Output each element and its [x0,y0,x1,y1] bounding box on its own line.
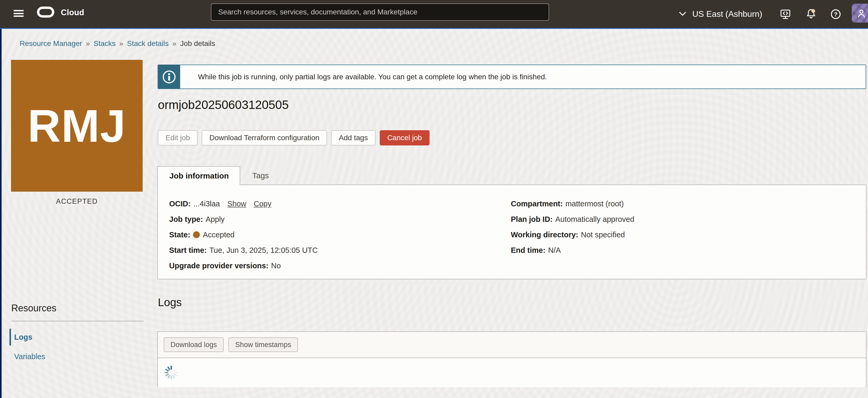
notification-badge [811,9,815,12]
show-timestamps-button[interactable]: Show timestamps [228,337,298,352]
tab-tags[interactable]: Tags [240,166,281,185]
resources-heading: Resources [11,303,56,314]
detail-row-end-time: End time:N/A [511,246,634,255]
breadcrumb-stacks[interactable]: Stacks [94,39,116,48]
sidebar-item-logs[interactable]: Logs [9,329,141,345]
detail-value: mattermost (root) [565,200,624,208]
page-title: ormjob20250603120505 [158,98,289,112]
detail-label: Plan job ID: [511,215,553,223]
brand: Cloud [37,6,84,19]
breadcrumb-stack-details[interactable]: Stack details [127,39,168,48]
focus-frame-top [0,28,868,29]
show-link[interactable]: Show [227,200,247,208]
tab-job-information[interactable]: Job information [157,166,240,185]
chevron-down-icon [679,10,686,18]
hamburger-menu-icon[interactable] [13,10,24,17]
breadcrumb-separator: » [86,39,90,48]
detail-label: State: [169,230,190,239]
detail-value: Apply [206,215,225,223]
cloud-shell-console-icon[interactable] [779,0,792,28]
state-dot [193,231,200,238]
loading-spinner [164,365,179,380]
logs-heading: Logs [158,296,182,309]
cancel-job-button[interactable]: Cancel job [380,130,430,145]
search-input[interactable] [211,3,549,21]
info-banner: While this job is running, only partial … [158,64,866,89]
edit-job-button[interactable]: Edit job [158,130,197,145]
detail-label: OCID: [169,200,191,208]
breadcrumb: Resource Manager»Stacks»Stack details»Jo… [20,39,215,48]
detail-row-job-type: Job type:Apply [169,215,318,224]
region-label: US East (Ashburn) [692,9,762,19]
notifications-bell-icon[interactable] [805,0,818,28]
region-selector[interactable]: US East (Ashburn) [679,0,762,28]
focus-frame-left [1,28,2,398]
help-icon[interactable]: ? [830,0,842,28]
detail-row-compartment: Compartment:mattermost (root) [511,199,634,208]
breadcrumb-job-details: Job details [180,39,215,48]
breadcrumb-separator: » [172,39,177,48]
detail-label: Compartment: [511,200,563,208]
user-avatar[interactable] [852,4,868,23]
detail-value: Automatically approved [555,215,634,223]
download-logs-button[interactable]: Download logs [164,337,224,352]
detail-value: Not specified [581,230,625,239]
resources-divider [11,321,144,321]
detail-label: End time: [511,246,546,254]
brand-label: Cloud [61,8,84,17]
detail-label: Upgrade provider versions: [169,261,269,270]
detail-value: Tue, Jun 3, 2025, 12:05:05 UTC [209,246,317,254]
detail-row-state: State:Accepted [169,230,318,239]
svg-text:?: ? [834,11,837,18]
oracle-logo-icon [37,6,55,19]
detail-row-start-time: Start time:Tue, Jun 3, 2025, 12:05:05 UT… [169,246,318,255]
copy-link[interactable]: Copy [254,200,271,208]
sidebar-item-variables[interactable]: Variables [9,348,141,365]
detail-label: Working directory: [511,230,578,239]
detail-row-ocid: OCID:...4i3laaShowCopy [169,199,318,208]
details-column-left: OCID:...4i3laaShowCopyJob type:ApplyStat… [169,199,318,277]
info-icon [158,65,180,88]
action-buttons: Edit job Download Terraform configuratio… [158,130,430,145]
details-column-right: Compartment:mattermost (root)Plan job ID… [511,199,634,261]
detail-row-plan-job-id: Plan job ID:Automatically approved [511,215,634,224]
resources-list: LogsVariables [9,329,141,368]
banner-message: While this job is running, only partial … [180,65,547,88]
detail-row-working-directory: Working directory:Not specified [511,230,634,239]
detail-value: No [271,261,281,270]
detail-value: ...4i3laa [193,200,220,208]
detail-label: Job type: [169,215,203,223]
breadcrumb-resource-manager[interactable]: Resource Manager [20,39,82,48]
add-tags-button[interactable]: Add tags [331,130,375,145]
detail-value: N/A [548,246,561,254]
detail-label: Start time: [169,246,207,254]
breadcrumb-separator: » [119,39,124,48]
job-avatar-initials: RMJ [28,100,126,152]
logs-body [158,358,866,387]
logs-toolbar: Download logsShow timestamps [158,332,866,358]
job-avatar: RMJ [11,60,143,192]
detail-value: Accepted [203,230,235,239]
tab-bar: Job information Tags [157,166,281,185]
download-terraform-configuration-button[interactable]: Download Terraform configuration [202,130,327,145]
status-caption: ACCEPTED [11,197,143,205]
top-navigation-bar: Cloud US East (Ashburn) ? [0,0,868,28]
logs-panel: Download logsShow timestamps [157,331,866,387]
detail-row-upgrade-provider-versions: Upgrade provider versions:No [169,261,318,271]
